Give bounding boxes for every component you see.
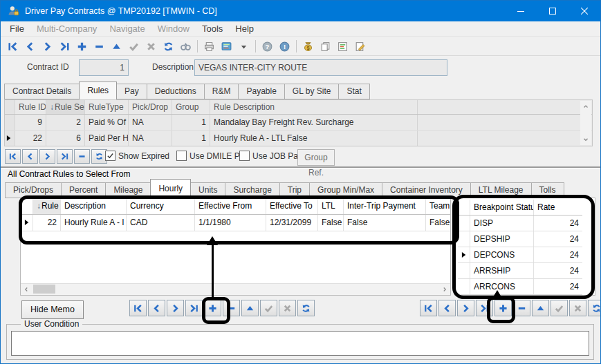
tab-trip[interactable]: Trip — [280, 182, 310, 198]
refresh-record-button[interactable] — [297, 300, 315, 316]
toolbar-delete-button[interactable] — [91, 39, 108, 55]
tab-contract-details[interactable]: Contract Details — [4, 84, 80, 99]
column-header-sorted[interactable]: ↓Rule Seq — [46, 100, 85, 114]
check-record-button[interactable] — [551, 300, 568, 316]
scrollbar-thumb[interactable] — [33, 285, 55, 294]
first-record-button[interactable] — [129, 300, 147, 316]
toolbar-printer-button[interactable] — [201, 39, 218, 55]
column-header[interactable]: RuleType — [85, 100, 129, 114]
vertical-scrollbar[interactable] — [580, 101, 591, 145]
last-record-button[interactable] — [57, 149, 73, 164]
toolbar-prev-button[interactable] — [21, 39, 39, 55]
table-row-selected[interactable]: 22 6 Paid Per Hou NA 1 Hourly Rule A - L… — [5, 131, 592, 146]
tab-ltl-mileage[interactable]: LTL Mileage — [471, 182, 532, 198]
column-header[interactable]: LTL — [318, 198, 344, 214]
tab-mileage[interactable]: Mileage — [106, 182, 151, 198]
breakpoint-grid[interactable]: Breakpoint Status Rate DISP 24 DEPSHIP 2… — [458, 200, 582, 295]
table-row-selected[interactable]: DEPCONS 24 — [458, 247, 582, 263]
maximize-button[interactable] — [537, 1, 568, 21]
add-record-button[interactable] — [204, 300, 221, 316]
add-record-button[interactable] — [494, 300, 512, 316]
toolbar-binoculars-button[interactable] — [177, 39, 194, 55]
column-header[interactable]: Effective To — [266, 198, 318, 214]
toolbar-last-button[interactable] — [56, 39, 73, 55]
menu-navigate[interactable]: Navigate — [103, 21, 151, 36]
tab-group-min-max[interactable]: Group Min/Max — [310, 182, 382, 198]
contract-rules-grid[interactable]: Rule ID ↓Rule Seq RuleType Pick/Drop Gro… — [4, 99, 593, 146]
tab-container-inventory[interactable]: Container Inventory — [382, 182, 471, 198]
tab-r-m[interactable]: R&M — [205, 84, 239, 99]
tab-pick-drops[interactable]: Pick/Drops — [5, 182, 62, 198]
use-job-pay-checkbox[interactable]: Use JOB Pay — [239, 151, 302, 161]
toolbar-caret-down-button[interactable] — [235, 39, 252, 55]
column-header[interactable]: Currency — [127, 198, 195, 214]
prev-record-button[interactable] — [438, 300, 456, 316]
tab-gl-by-site[interactable]: GL by Site — [285, 84, 340, 99]
column-header-sorted[interactable]: ↓Rule ID — [33, 198, 61, 214]
next-record-button[interactable] — [39, 149, 55, 164]
toolbar-refresh-button[interactable] — [160, 39, 177, 55]
prev-record-button[interactable] — [22, 149, 38, 164]
toolbar-money-bag-button[interactable]: $ — [299, 39, 317, 55]
column-header[interactable]: Team Dr — [426, 198, 450, 214]
scroll-left-icon[interactable] — [21, 284, 32, 294]
menu-tools[interactable]: Tools — [196, 21, 229, 36]
up-record-button[interactable] — [532, 300, 549, 316]
tab-surcharge[interactable]: Surcharge — [225, 182, 279, 198]
table-row[interactable]: 9 2 Paid % Of Re NA 1 Mandalay Bay Freig… — [5, 115, 592, 131]
column-header[interactable]: Effective From — [195, 198, 266, 214]
delete-record-button[interactable] — [223, 300, 240, 316]
prev-record-button[interactable] — [148, 300, 165, 316]
toolbar-first-button[interactable] — [4, 39, 21, 55]
cancel-record-button[interactable] — [279, 300, 296, 316]
scroll-up-icon[interactable] — [580, 101, 591, 112]
table-row[interactable]: ARRCONS 24 — [458, 279, 582, 295]
column-header[interactable]: Inter-Trip Payment — [344, 198, 426, 214]
last-record-button[interactable] — [476, 300, 493, 316]
toolbar-copy-button[interactable] — [317, 39, 334, 55]
toolbar-up-button[interactable] — [108, 39, 125, 55]
tab-pay[interactable]: Pay — [117, 84, 147, 99]
tab-percent[interactable]: Percent — [62, 182, 106, 198]
refresh-record-button[interactable] — [588, 300, 601, 316]
toolbar-edit-note-button[interactable] — [351, 39, 369, 55]
menu-multi-company[interactable]: Multi-Company — [30, 21, 103, 36]
tab-payable[interactable]: Payable — [239, 84, 284, 99]
first-record-button[interactable] — [5, 149, 21, 164]
toolbar-monitor-button[interactable] — [218, 39, 235, 55]
next-record-button[interactable] — [167, 300, 184, 316]
next-record-button[interactable] — [457, 300, 474, 316]
show-expired-checkbox[interactable]: Show Expired — [105, 151, 169, 161]
column-header[interactable]: Breakpoint Status — [470, 200, 534, 215]
description-input[interactable] — [194, 59, 447, 76]
toolbar-add-button[interactable] — [73, 39, 91, 55]
tab-rules[interactable]: Rules — [79, 82, 117, 99]
minimize-button[interactable] — [505, 1, 537, 21]
column-header[interactable]: Rule ID — [15, 100, 46, 114]
column-header[interactable]: Rate — [534, 200, 582, 215]
toolbar-cancel-button[interactable] — [142, 39, 160, 55]
menu-window[interactable]: Window — [151, 21, 196, 36]
toolbar-info-coin-button[interactable]: ! — [276, 39, 293, 55]
tab-deductions[interactable]: Deductions — [147, 84, 205, 99]
check-record-button[interactable] — [260, 300, 277, 316]
contract-id-input[interactable] — [79, 59, 129, 76]
toolbar-next-button[interactable] — [39, 39, 56, 55]
toolbar-check-button[interactable] — [125, 39, 142, 55]
user-condition-input[interactable] — [11, 331, 589, 356]
toolbar-form-list-button[interactable] — [334, 39, 351, 55]
tab-hourly[interactable]: Hourly — [150, 179, 191, 198]
column-header[interactable]: Pick/Drop — [129, 100, 172, 114]
menu-help[interactable]: Help — [229, 21, 260, 36]
tab-stat[interactable]: Stat — [339, 84, 369, 99]
column-header[interactable]: Group — [172, 100, 210, 114]
cancel-record-button[interactable] — [569, 300, 586, 316]
delete-record-button[interactable] — [513, 300, 530, 316]
scroll-down-icon[interactable] — [580, 134, 591, 145]
first-record-button[interactable] — [420, 300, 437, 316]
toolbar-help-coin-button[interactable]: ? — [259, 39, 276, 55]
last-record-button[interactable] — [185, 300, 203, 316]
table-row[interactable]: DEPSHIP 24 — [458, 231, 582, 247]
delete-record-button[interactable] — [74, 149, 90, 164]
horizontal-scrollbar[interactable] — [21, 283, 450, 295]
